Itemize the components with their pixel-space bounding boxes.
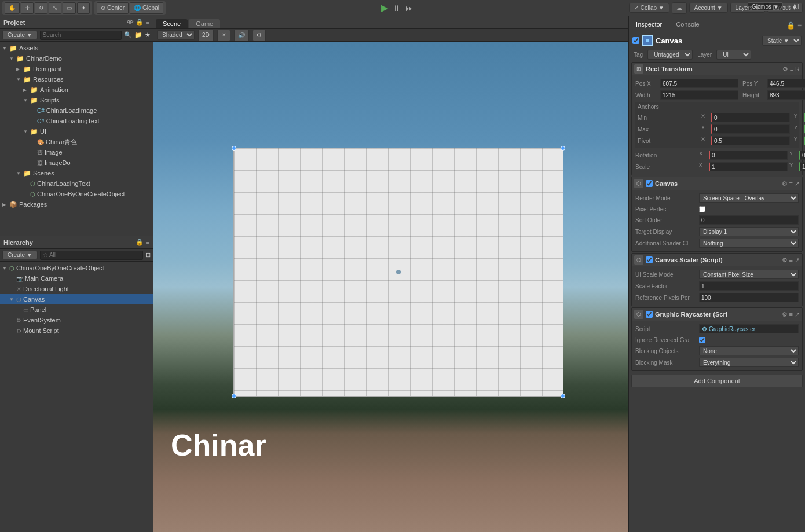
hierarchy-canvas[interactable]: ▼ ⬡ Canvas [0,294,153,304]
collab-btn[interactable]: ✓ Collab ▼ [629,3,669,13]
blocking-mask-select[interactable]: Everything [699,358,799,367]
play-btn[interactable]: ▶ [381,2,388,13]
tree-scripts[interactable]: ▼ 📁 Scripts [0,95,153,105]
tree-animation[interactable]: ▶ 📁 Animation [0,85,153,95]
tree-chinar-demo[interactable]: ▼ 📁 ChinarDemo [0,53,153,64]
anchor-max-x-input[interactable] [711,124,790,134]
target-display-select[interactable]: Display 1 [699,227,799,236]
scale-y-input[interactable] [799,162,805,171]
effects-toggle[interactable]: ⚙ [253,30,266,41]
scene-view[interactable]: Chinar [153,42,628,532]
pos-x-input[interactable] [660,79,738,88]
canvas-menu-icon[interactable]: ≡ [789,180,793,188]
hierarchy-search-input[interactable] [40,251,143,260]
gr-gear-icon[interactable]: ⚙ [782,311,788,318]
gizmos-btn[interactable]: Gizmos ▼ [748,2,783,11]
rot-x-input[interactable] [709,151,788,160]
scaler-menu-icon[interactable]: ≡ [789,256,793,264]
sort-order-input[interactable] [699,215,799,225]
move-tool-btn[interactable]: ✛ [21,2,34,14]
tab-console[interactable]: Console [669,19,706,30]
tab-game[interactable]: Game [189,19,220,28]
canvas-active-checkbox[interactable] [632,37,639,44]
transform-tool-btn[interactable]: ✦ [77,2,90,14]
ignore-checkbox[interactable] [699,337,705,343]
rt-gear-icon[interactable]: ⚙ [782,65,788,73]
hand-tool-btn[interactable]: ✋ [5,2,20,14]
layer-dropdown[interactable]: UI [716,50,751,60]
tree-ui[interactable]: ▼ 📁 UI [0,126,153,137]
static-dropdown[interactable]: Static ▼ [762,36,802,46]
scale-tool-btn[interactable]: ⤡ [49,2,61,14]
handle-bottom-right[interactable] [561,394,565,398]
tag-dropdown[interactable]: Untagged [647,50,693,60]
hierarchy-mount-script[interactable]: ⚙ Mount Script [0,325,153,336]
tree-chinar-load-image[interactable]: C# ChinarLoadImage [0,105,153,116]
gr-menu-icon[interactable]: ≡ [789,311,793,318]
2d-btn[interactable]: 2D [198,30,214,41]
hierarchy-scene[interactable]: ▼ ⬡ ChinarOneByOneCreateObject [0,263,153,273]
gr-r-icon[interactable]: ↗ [795,311,800,318]
tab-inspector[interactable]: Inspector [629,19,669,30]
width-input[interactable] [660,90,738,100]
light-toggle[interactable]: ☀ [217,30,230,41]
handle-bottom-left[interactable] [232,394,236,398]
tree-resources[interactable]: ▼ 📁 Resources [0,74,153,85]
canvas-scaler-header[interactable]: ⬡ Canvas Scaler (Script) ⚙ ≡ ↗ [632,254,802,266]
tree-packages[interactable]: ▶ 📦 Packages [0,199,153,210]
rect-transform-header[interactable]: ⊞ Rect Transform ⚙ ≡ R [632,63,802,75]
tree-image[interactable]: 🖼 Image [0,147,153,157]
pivot-x-input[interactable] [711,136,790,145]
space-btn[interactable]: 🌐 Global [130,2,163,14]
cloud-btn[interactable]: ☁ [672,2,687,14]
scale-factor-input[interactable] [699,281,799,291]
step-btn[interactable]: ⏭ [405,3,414,13]
rot-y-input[interactable] [799,151,805,160]
tree-chinar-one-create[interactable]: ⬡ ChinarOneByOneCreateObject [0,189,153,199]
anchor-min-x-input[interactable] [711,113,790,122]
graphic-raycaster-checkbox[interactable] [646,311,653,318]
handle-top-left[interactable] [232,146,236,151]
lock-panel-icon[interactable]: 🔒 [786,21,795,30]
render-mode-select[interactable]: Screen Space - Overlay [699,193,799,203]
hierarchy-main-camera[interactable]: 📷 Main Camera [0,273,153,284]
rt-r-icon[interactable]: R [795,65,800,73]
shading-dropdown[interactable]: Shaded [157,30,195,40]
hierarchy-panel-item[interactable]: ▭ Panel [0,304,153,315]
pause-btn[interactable]: ⏸ [393,3,401,13]
canvas-component-header[interactable]: ⬡ Canvas ⚙ ≡ ↗ [632,177,802,190]
scaler-r-icon[interactable]: ↗ [795,256,800,264]
scale-x-input[interactable] [709,162,788,171]
add-shader-select[interactable]: Nothing [699,239,799,248]
canvas-comp-checkbox[interactable] [646,180,653,187]
tree-chinar-color[interactable]: 🎨 Chinar青色 [0,137,153,147]
ref-pixels-input[interactable] [699,293,799,302]
pixel-perfect-checkbox[interactable] [699,206,705,212]
hierarchy-create-btn[interactable]: Create ▼ [2,251,38,259]
audio-toggle[interactable]: 🔊 [234,30,249,41]
menu-panel-icon[interactable]: ≡ [797,21,802,30]
project-create-btn[interactable]: Create ▼ [2,31,38,39]
handle-top-right[interactable] [561,146,565,151]
graphic-raycaster-header[interactable]: ⬡ Graphic Raycaster (Scri ⚙ ≡ ↗ [632,308,802,321]
canvas-scaler-checkbox[interactable] [646,256,653,263]
rotate-tool-btn[interactable]: ↻ [35,2,47,14]
height-input[interactable] [767,90,805,100]
project-search-input[interactable] [40,31,122,40]
tree-image-do[interactable]: 🖼 ImageDo [0,157,153,168]
pos-y-input[interactable] [767,79,805,88]
tree-chinar-loading-text[interactable]: C# ChinarLoadingText [0,116,153,126]
rect-tool-btn[interactable]: ▭ [63,2,76,14]
canvas-r-icon[interactable]: ↗ [795,180,800,188]
scaler-gear-icon[interactable]: ⚙ [782,256,788,264]
hierarchy-event-system[interactable]: ⚙ EventSystem [0,315,153,325]
add-component-btn[interactable]: Add Component [631,375,803,387]
ui-scale-select[interactable]: Constant Pixel Size [699,270,799,279]
account-btn[interactable]: Account ▼ [689,3,728,13]
tree-demigiant[interactable]: ▶ 📁 Demigiant [0,64,153,74]
assets-root[interactable]: ▼ 📁 Assets [0,43,153,53]
canvas-gear-icon[interactable]: ⚙ [782,180,788,188]
tab-scene[interactable]: Scene [156,19,188,28]
rt-menu-icon[interactable]: ≡ [790,65,793,73]
tree-scenes[interactable]: ▼ 📁 Scenes [0,168,153,178]
